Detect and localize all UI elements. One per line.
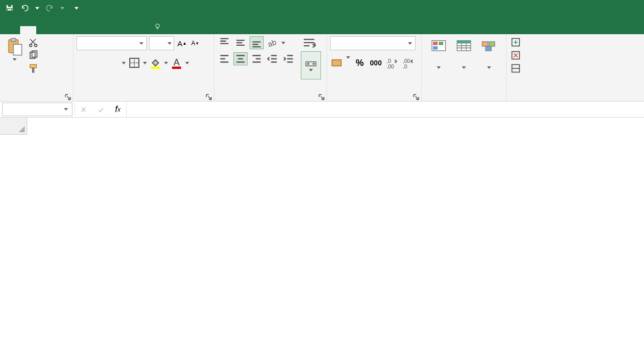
delete-cells-icon[interactable] xyxy=(511,50,521,60)
decrease-decimal-icon[interactable]: ,00,0 xyxy=(401,56,415,69)
svg-rect-27 xyxy=(433,46,438,50)
border-icon[interactable] xyxy=(128,56,141,69)
font-name-combo[interactable] xyxy=(76,36,147,50)
insert-function-icon[interactable]: fx xyxy=(109,102,126,117)
alignment-dialog-launcher[interactable] xyxy=(318,93,325,99)
border-dropdown-icon[interactable] xyxy=(143,62,147,64)
svg-rect-14 xyxy=(151,67,160,69)
cancel-formula-icon xyxy=(75,102,92,117)
svg-text:,0: ,0 xyxy=(403,63,408,69)
font-dialog-launcher[interactable] xyxy=(206,93,212,99)
cell-styles-icon xyxy=(480,38,498,54)
tell-me-search[interactable] xyxy=(148,19,171,34)
tab-start[interactable] xyxy=(20,26,36,34)
tab-ueberpruefen[interactable] xyxy=(106,26,122,34)
font-group-label xyxy=(76,99,211,101)
align-middle-icon[interactable] xyxy=(233,36,248,49)
table-icon xyxy=(455,38,473,54)
italic-button[interactable] xyxy=(92,56,105,69)
styles-group-label xyxy=(425,99,503,101)
bulb-icon xyxy=(154,23,161,30)
svg-rect-12 xyxy=(30,65,37,68)
conditional-formatting-button[interactable] xyxy=(430,38,448,71)
clipboard-dialog-launcher[interactable] xyxy=(65,93,71,99)
wrap-text-icon[interactable] xyxy=(301,36,318,49)
decrease-font-icon[interactable]: A▼ xyxy=(189,37,201,49)
merge-center-button[interactable] xyxy=(301,51,321,79)
increase-decimal-icon[interactable]: ,0,00 xyxy=(385,56,398,69)
percent-icon[interactable]: % xyxy=(353,56,366,69)
cut-icon[interactable] xyxy=(28,37,38,47)
format-cells-icon[interactable] xyxy=(511,63,521,73)
insert-cells-icon[interactable] xyxy=(511,37,521,47)
svg-rect-16 xyxy=(172,67,181,69)
save-icon[interactable] xyxy=(5,4,14,13)
svg-rect-32 xyxy=(486,46,491,51)
bold-button[interactable] xyxy=(76,56,90,69)
tab-formeln[interactable] xyxy=(71,26,88,34)
svg-rect-19 xyxy=(332,60,341,66)
decrease-indent-icon[interactable] xyxy=(266,52,280,65)
tab-seitenlayout[interactable] xyxy=(54,26,70,34)
align-right-icon[interactable] xyxy=(250,52,264,65)
font-size-combo[interactable] xyxy=(149,36,174,50)
svg-rect-31 xyxy=(489,42,495,46)
format-painter-icon[interactable] xyxy=(28,63,38,73)
accounting-format-icon[interactable] xyxy=(330,56,343,69)
underline-dropdown-icon[interactable] xyxy=(122,62,126,64)
number-dialog-launcher[interactable] xyxy=(413,93,419,99)
tab-einfuegen[interactable] xyxy=(37,26,53,34)
orientation-icon[interactable]: ab xyxy=(266,36,286,49)
align-left-icon[interactable] xyxy=(217,52,231,65)
select-all-button[interactable] xyxy=(0,118,27,135)
undo-dropdown-icon[interactable] xyxy=(35,7,39,10)
redo-dropdown-icon xyxy=(60,7,64,10)
enter-formula-icon xyxy=(92,102,109,117)
paste-button[interactable] xyxy=(3,36,26,62)
fill-color-icon[interactable] xyxy=(149,56,162,69)
clipboard-group-label xyxy=(3,99,70,101)
tab-ansicht[interactable] xyxy=(123,26,139,34)
increase-indent-icon[interactable] xyxy=(282,52,296,65)
undo-icon[interactable] xyxy=(20,4,29,13)
alignment-group-label xyxy=(217,99,324,101)
svg-rect-30 xyxy=(482,42,488,46)
increase-font-icon[interactable]: A▲ xyxy=(176,37,188,49)
number-group-label xyxy=(330,99,418,101)
tab-daten[interactable] xyxy=(89,26,105,34)
svg-rect-7 xyxy=(14,44,22,55)
format-as-table-button[interactable] xyxy=(455,38,473,71)
svg-rect-6 xyxy=(11,38,16,41)
font-color-dropdown-icon[interactable] xyxy=(185,62,189,64)
svg-point-9 xyxy=(35,44,37,47)
paste-dropdown-icon xyxy=(13,58,17,61)
align-center-icon[interactable] xyxy=(233,52,248,65)
accounting-dropdown-icon[interactable] xyxy=(346,56,350,59)
copy-icon[interactable] xyxy=(28,50,38,60)
tab-datei[interactable] xyxy=(3,26,19,34)
name-box[interactable] xyxy=(2,103,72,116)
align-top-icon[interactable] xyxy=(217,36,231,49)
redo-icon xyxy=(45,4,54,13)
underline-button[interactable] xyxy=(107,56,120,69)
font-color-icon[interactable]: A xyxy=(170,56,183,69)
formula-input[interactable] xyxy=(126,102,644,117)
cell-styles-button[interactable] xyxy=(480,38,498,71)
svg-rect-25 xyxy=(433,42,438,45)
number-format-combo[interactable] xyxy=(330,36,416,50)
svg-rect-2 xyxy=(8,5,12,7)
cond-format-icon xyxy=(430,38,448,54)
fill-color-dropdown-icon[interactable] xyxy=(164,62,168,64)
svg-point-8 xyxy=(30,44,32,47)
svg-text:A: A xyxy=(174,57,180,67)
svg-rect-29 xyxy=(457,41,471,44)
align-bottom-icon[interactable] xyxy=(250,36,264,49)
thousands-icon[interactable]: 000 xyxy=(369,56,382,69)
svg-point-4 xyxy=(156,24,159,28)
svg-text:ab: ab xyxy=(267,38,277,49)
qat-customize-icon[interactable] xyxy=(74,7,78,10)
svg-text:,00: ,00 xyxy=(387,63,394,69)
svg-rect-26 xyxy=(439,42,443,45)
